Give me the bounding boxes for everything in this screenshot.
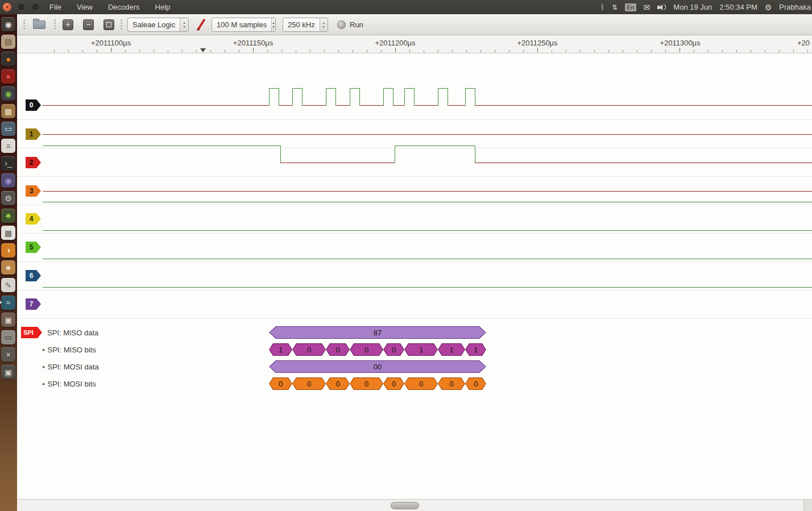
device-select-spinner[interactable]: ▴ ▾: [180, 18, 188, 31]
ruler-tick: [267, 50, 268, 52]
spi-mosi-data-bubble: 00: [269, 360, 486, 373]
spinner-up-icon: ▴: [273, 20, 275, 24]
folder-icon: [33, 20, 45, 29]
spi-miso-bits-bit-4: 0: [384, 344, 404, 355]
spinner-down-icon: ▾: [184, 24, 185, 28]
dock-item-file-cabinet[interactable]: ▤: [1, 35, 15, 49]
spi-miso-bits-cell-6: 1: [438, 343, 465, 356]
spi-mosi-bits-bit-0: 0: [270, 378, 292, 389]
ruler-tick: [367, 50, 367, 52]
spi-mosi-bits-bit-6: 0: [438, 378, 465, 389]
dock-item-media-player[interactable]: ●: [1, 69, 15, 84]
samples-select-spinner[interactable]: ▴ ▾: [271, 18, 275, 31]
samples-select-value: 100 M samples: [212, 20, 271, 29]
dock-item-gedit[interactable]: ✎: [1, 278, 15, 292]
spi-mosi-bits-bit-3: 0: [350, 378, 383, 389]
ruler-tick: [807, 50, 808, 52]
rate-select-spinner[interactable]: ▴ ▾: [320, 18, 328, 31]
menu-file[interactable]: File: [49, 3, 61, 11]
spinner-down-icon: ▾: [323, 24, 325, 28]
dock-item-dash-home[interactable]: ◉: [1, 17, 15, 31]
zoom-fit-button[interactable]: [103, 19, 114, 30]
trigger-marker[interactable]: [200, 48, 206, 52]
saleae-logic-icon: ≈: [6, 298, 11, 306]
toolbar-grip-2: [53, 19, 56, 30]
clock-date[interactable]: Mon 19 Jun: [673, 3, 712, 11]
spi-row-label-mosi-bits: ▸SPI: MOSI bits: [43, 379, 96, 389]
dock-item-software-center[interactable]: ◑: [1, 243, 15, 257]
dock-item-system-settings[interactable]: ⚙: [1, 191, 15, 205]
ruler-tick: [495, 50, 495, 52]
dock-item-web-browser[interactable]: ◉: [1, 173, 15, 188]
dock-item-calculator[interactable]: ▦: [1, 226, 15, 240]
session-gear-icon[interactable]: ⚙: [765, 3, 772, 11]
probe-icon[interactable]: [196, 18, 206, 31]
menu-view[interactable]: View: [77, 3, 93, 11]
ruler-tick: [452, 50, 453, 52]
ruler-tick: [665, 50, 666, 52]
window-controls: ×: [3, 3, 40, 11]
expander-icon[interactable]: ▸: [43, 364, 45, 369]
ruler-tick: [751, 50, 751, 52]
minimize-button[interactable]: [17, 3, 26, 11]
spi-miso-bits-cell-3: 0: [350, 343, 383, 356]
spi-mosi-bits-cell-4: 0: [383, 377, 404, 390]
run-button[interactable]: Run: [337, 20, 363, 29]
ruler-timestamp: +2011300µs: [660, 39, 700, 47]
dock-item-remote-desktop[interactable]: ▭: [1, 122, 15, 136]
bluetooth-icon[interactable]: ᛒ: [600, 4, 604, 11]
spi-miso-data-bubble: 87: [269, 326, 486, 339]
dock-item-text-editor[interactable]: ≡: [1, 139, 15, 153]
spi-row-label-miso-data: SPI: MISO data: [43, 327, 98, 338]
username[interactable]: Prabhaka: [779, 3, 811, 11]
open-file-button[interactable]: [31, 17, 48, 32]
calculator-icon: ▦: [5, 229, 12, 237]
spi-miso-bits-bit-5: 1: [405, 344, 437, 355]
dock-item-saleae-logic[interactable]: ≈: [1, 296, 15, 310]
keyboard-indicator[interactable]: En: [625, 3, 636, 11]
ruler-tick: [637, 50, 637, 52]
spi-row-title-miso-bits: SPI: MISO bits: [48, 346, 96, 354]
ruler-tick: [779, 50, 780, 52]
expander-icon[interactable]: ▸: [43, 347, 45, 352]
expander-icon[interactable]: ▸: [43, 381, 45, 387]
zoom-in-button[interactable]: +: [63, 19, 73, 30]
spi-miso-bits-bit-3: 0: [350, 344, 383, 355]
dock-item-utility[interactable]: ▣: [1, 365, 15, 379]
waveforms-svg: [17, 53, 812, 499]
spi-mosi-data-value: 00: [270, 361, 486, 372]
dock-item-image-viewer[interactable]: ▣: [1, 313, 15, 327]
spi-miso-bits-cell-7: 1: [465, 343, 486, 356]
ruler-tick: [97, 50, 97, 52]
clock-time[interactable]: 2:50:34 PM: [719, 3, 757, 11]
waveform-area[interactable]: 01234567 SPI SPI: MISO data87▸SPI: MISO …: [17, 53, 812, 499]
dock-item-archive-manager[interactable]: ▦: [1, 104, 15, 118]
close-button[interactable]: ×: [3, 3, 11, 11]
ruler-tick: [168, 50, 168, 52]
volume-icon[interactable]: [657, 4, 666, 11]
ruler-tick: [68, 50, 69, 52]
dock-item-terminal[interactable]: ›_: [1, 156, 15, 171]
device-select[interactable]: Saleae Logic ▴ ▾: [127, 18, 189, 32]
samples-select[interactable]: 100 M samples ▴ ▾: [212, 18, 276, 32]
dock-item-display-settings[interactable]: ▭: [1, 330, 15, 344]
menu-help[interactable]: Help: [155, 3, 171, 11]
text-editor-icon: ≡: [6, 142, 10, 150]
timeline-ruler[interactable]: +2011100µs+2011150µs+2011200µs+2011250µs…: [17, 35, 812, 53]
dock-item-xterm[interactable]: ×: [1, 347, 15, 362]
dock-item-garden-app[interactable]: ♣: [1, 209, 15, 223]
spinner-up-icon: ▴: [323, 20, 325, 24]
dock-item-tweak-tool[interactable]: ★: [1, 260, 15, 275]
mail-icon[interactable]: ✉: [644, 3, 651, 11]
maximize-button[interactable]: [31, 3, 40, 11]
rate-select[interactable]: 250 kHz ▴ ▾: [283, 18, 328, 32]
scrollbar-thumb[interactable]: [391, 502, 419, 509]
menu-decoders[interactable]: Decoders: [108, 3, 140, 11]
text-direction-icon[interactable]: ⇅: [612, 4, 618, 11]
zoom-out-button[interactable]: −: [83, 19, 94, 30]
dock-item-firefox[interactable]: ●: [1, 52, 15, 66]
spi-miso-bits-bit-6: 1: [438, 344, 465, 355]
dock-item-chromium[interactable]: ◉: [1, 86, 15, 101]
horizontal-scrollbar[interactable]: [17, 499, 812, 511]
ruler-tick: [125, 50, 126, 52]
